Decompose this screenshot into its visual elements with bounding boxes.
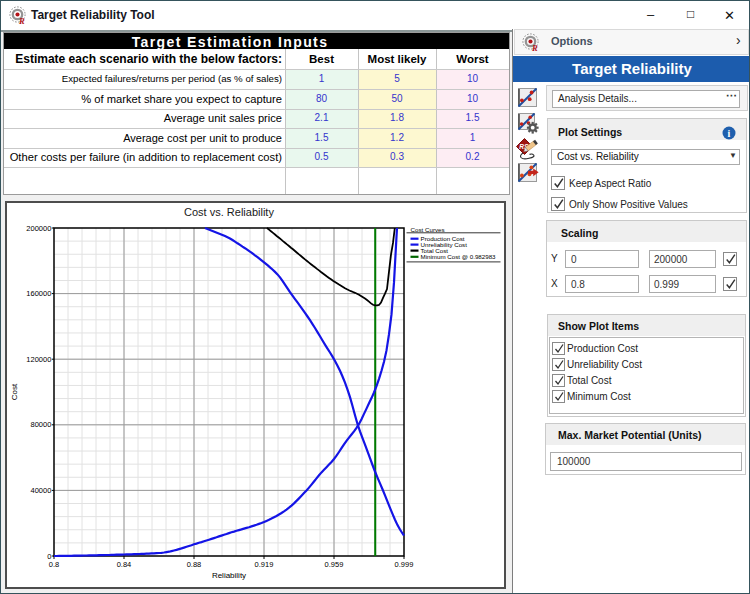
svg-text:i: i bbox=[728, 128, 731, 139]
svg-text:160000: 160000 bbox=[26, 289, 51, 298]
svg-text:0.919: 0.919 bbox=[255, 560, 274, 569]
svg-text:0.959: 0.959 bbox=[325, 560, 344, 569]
svg-text:0.8: 0.8 bbox=[49, 560, 59, 569]
svg-text:40000: 40000 bbox=[31, 486, 52, 495]
svg-text:0.88: 0.88 bbox=[187, 560, 202, 569]
svg-text:Cost: Cost bbox=[10, 383, 19, 400]
svg-text:Cost Curves: Cost Curves bbox=[411, 226, 445, 233]
svg-text:0.999: 0.999 bbox=[395, 560, 414, 569]
svg-text:R: R bbox=[18, 16, 25, 24]
svg-text:Minimum Cost @ 0.982983: Minimum Cost @ 0.982983 bbox=[421, 253, 497, 260]
svg-text:0.84: 0.84 bbox=[117, 560, 132, 569]
svg-text:R: R bbox=[531, 43, 538, 52]
svg-text:80000: 80000 bbox=[31, 420, 52, 429]
svg-text:Reliability: Reliability bbox=[212, 571, 246, 580]
svg-text:120000: 120000 bbox=[26, 355, 51, 364]
svg-text:Cost vs. Reliability: Cost vs. Reliability bbox=[184, 206, 274, 218]
svg-text:200000: 200000 bbox=[26, 224, 51, 233]
